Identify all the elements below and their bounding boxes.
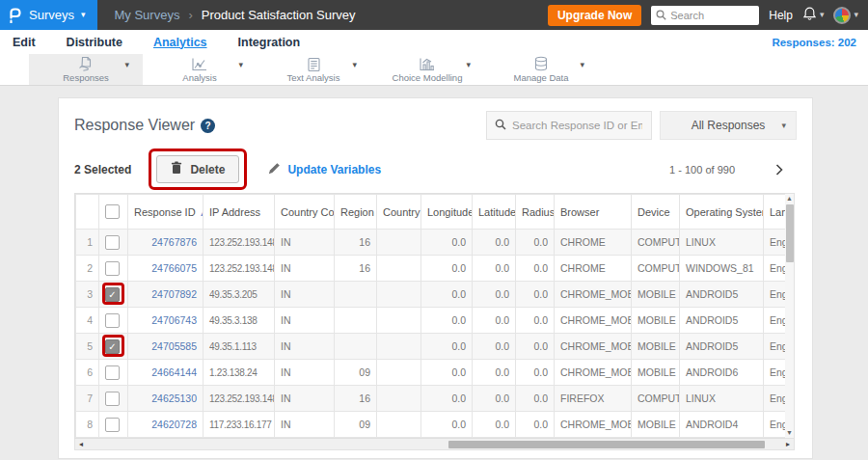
update-variables-button[interactable]: Update Variables [268, 162, 381, 177]
cell-num: 2 [76, 256, 99, 282]
response-id-link[interactable]: 24664144 [151, 366, 197, 378]
row-checkbox[interactable] [105, 235, 120, 250]
cell-device: MOBILE [632, 282, 680, 308]
cell-region: 09 [335, 412, 377, 438]
delete-button[interactable]: Delete [156, 155, 239, 183]
table-row: 124767876123.252.193.148IN160.00.00.0CHR… [76, 230, 786, 256]
response-search[interactable] [486, 111, 652, 140]
cell-device: MOBILE [632, 412, 680, 438]
cell-country_code: IN [275, 360, 335, 386]
response-id-link[interactable]: 24620728 [151, 419, 197, 430]
chevron-down-icon[interactable]: ▾ [238, 60, 243, 69]
cell-radius: 0.0 [516, 308, 555, 334]
cell-response_id: 24664144 [128, 360, 203, 386]
cell-os: LINUX [680, 230, 764, 256]
row-checkbox[interactable] [105, 392, 120, 406]
vertical-scrollbar-thumb[interactable] [786, 204, 794, 262]
help-icon[interactable]: ? [201, 119, 215, 133]
response-id-link[interactable]: 24625130 [151, 392, 197, 404]
chevron-down-icon[interactable]: ▾ [580, 60, 584, 69]
row-checkbox[interactable] [105, 313, 120, 328]
table-body: 124767876123.252.193.148IN160.00.00.0CHR… [76, 230, 786, 438]
cell-country [377, 230, 421, 256]
nav-tab-distribute[interactable]: Distribute [66, 33, 123, 52]
column-header-response_id[interactable]: Response ID▲ [128, 195, 203, 230]
nav-tab-integration[interactable]: Integration [237, 33, 302, 52]
cell-longitude: 0.0 [421, 386, 473, 412]
cell-ip: 1.23.138.24 [203, 360, 275, 386]
cell-os: LINUX [680, 386, 764, 412]
response-id-link[interactable]: 24707892 [151, 288, 197, 300]
response-search-input[interactable] [512, 120, 642, 131]
response-id-link[interactable]: 24706743 [151, 314, 197, 326]
breadcrumb-my-surveys[interactable]: My Surveys [115, 8, 180, 22]
row-checkbox[interactable] [105, 365, 120, 380]
cell-browser: CHROME_MOBILE [555, 282, 632, 308]
cell-language: English [764, 282, 786, 308]
select-all-checkbox[interactable] [105, 204, 120, 219]
choice-modelling-icon [419, 56, 436, 72]
cell-country [377, 334, 421, 360]
column-header-region: Region [335, 195, 377, 230]
toolbar-tab-choice-modelling[interactable]: ▾Choice Modelling [370, 54, 484, 85]
product-menu[interactable]: Surveys ▾ [0, 0, 97, 30]
row-checkbox[interactable] [105, 418, 120, 432]
response-id-link[interactable]: 24705585 [151, 340, 197, 352]
notifications-menu[interactable]: ▾ [802, 6, 825, 25]
cell-latitude: 0.0 [473, 412, 516, 438]
scroll-left-icon[interactable]: ◂ [76, 440, 86, 448]
cell-num: 1 [76, 230, 99, 256]
row-checkbox[interactable]: ✓ [105, 339, 120, 354]
global-search[interactable] [651, 6, 759, 25]
chevron-down-icon[interactable]: ▾ [466, 60, 471, 69]
responses-count[interactable]: Responses: 202 [772, 37, 856, 48]
cell-browser: CHROME [555, 256, 632, 282]
chevron-down-icon[interactable]: ▾ [352, 60, 357, 69]
vertical-scrollbar[interactable]: ▲ ▼ [785, 193, 795, 439]
cell-language: English [764, 412, 786, 438]
cell-latitude: 0.0 [473, 308, 516, 334]
response-id-link[interactable]: 24766075 [151, 262, 197, 274]
horizontal-scrollbar-thumb[interactable] [448, 441, 765, 448]
cell-ip: 117.233.16.177 [203, 412, 275, 438]
account-menu[interactable]: ▾ [833, 7, 858, 24]
cell-radius: 0.0 [516, 386, 555, 412]
toolbar-tab-responses[interactable]: ▾Responses [29, 54, 143, 85]
column-header-check[interactable] [99, 195, 128, 230]
chevron-down-icon: ▾ [854, 11, 858, 19]
response-filter-dropdown[interactable]: All Responses ▾ [660, 111, 797, 140]
cell-radius: 0.0 [516, 412, 555, 438]
toolbar-tab-analysis[interactable]: ▾Analysis [143, 54, 257, 85]
cell-ip: 49.35.3.205 [203, 282, 275, 308]
response-id-link[interactable]: 24767876 [151, 236, 197, 248]
table-row: 3✓2470789249.35.3.205IN0.00.00.0CHROME_M… [76, 282, 786, 308]
help-link[interactable]: Help [769, 9, 793, 22]
upgrade-now-button[interactable]: Upgrade Now [548, 5, 641, 26]
responses-icon [76, 56, 95, 72]
global-search-input[interactable] [670, 10, 747, 21]
cell-country [377, 256, 421, 282]
cell-browser: CHROME_MOBILE [555, 334, 632, 360]
horizontal-scrollbar[interactable]: ◂ ▸ [74, 439, 795, 450]
cell-region: 09 [335, 360, 377, 386]
next-page-button[interactable] [775, 164, 783, 176]
cell-response_id: 24767876 [128, 230, 203, 256]
scroll-up-icon[interactable]: ▲ [786, 194, 793, 203]
cell-num: 7 [76, 386, 99, 412]
cell-country [377, 412, 421, 438]
top-bar: Surveys ▾ My Surveys › Product Satisfact… [0, 0, 868, 30]
nav-tab-edit[interactable]: Edit [12, 33, 37, 52]
cell-ip: 49.35.3.138 [203, 308, 275, 334]
chevron-down-icon[interactable]: ▾ [124, 60, 129, 69]
scroll-right-icon[interactable]: ▸ [783, 440, 793, 448]
row-checkbox[interactable]: ✓ [105, 287, 120, 302]
nav-tab-analytics[interactable]: Analytics [152, 33, 208, 52]
column-header-latitude: Latitude [473, 195, 516, 230]
breadcrumb: My Surveys › Product Satisfaction Survey [115, 8, 356, 22]
cell-language: English [764, 256, 786, 282]
scroll-down-icon[interactable]: ▼ [786, 428, 793, 438]
toolbar-tab-manage-data[interactable]: ▾Manage Data [484, 54, 598, 85]
row-checkbox[interactable] [105, 261, 120, 276]
table-row: 6246641441.23.138.24IN090.00.00.0CHROME_… [76, 360, 786, 386]
toolbar-tab-text-analysis[interactable]: ▾Text Analysis [257, 54, 370, 85]
